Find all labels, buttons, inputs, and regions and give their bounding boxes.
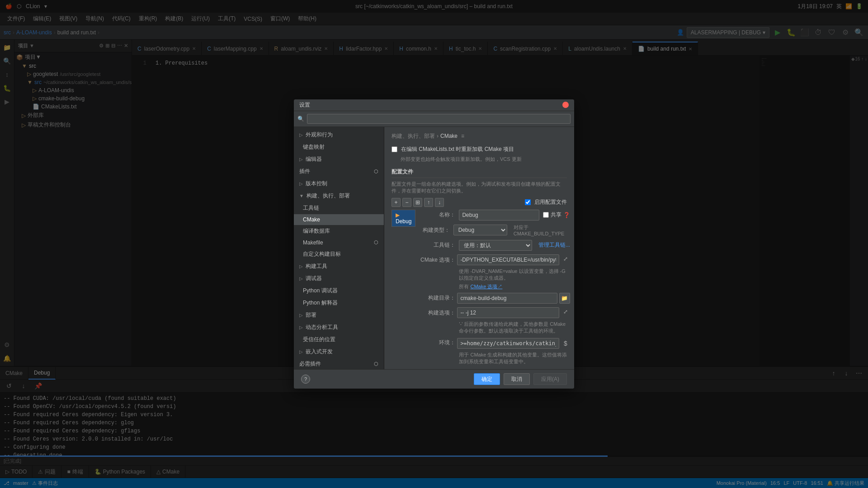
share-checkbox[interactable] <box>543 212 549 218</box>
sidebar-trusted-locations[interactable]: 受信任的位置 <box>294 333 384 346</box>
sidebar-build-label: 构建、执行、部署 <box>307 192 350 200</box>
breadcrumb-arrow: › <box>437 133 439 139</box>
cmake-options-link[interactable]: CMake 选项↗ <box>470 284 502 289</box>
dialog-footer-right: 确定 取消 应用(A) <box>474 373 567 385</box>
manage-toolchains-link[interactable]: 管理工具链... <box>538 241 570 249</box>
dialog-apply-button[interactable]: 应用(A) <box>533 373 567 385</box>
build-options-row: 构建选项： ⤢ <box>419 307 570 318</box>
reload-setting: 在编辑 CMakeLists.txt 时重新加载 CMake 项目 <box>392 145 567 153</box>
name-input[interactable] <box>459 210 539 221</box>
sidebar-plugins-icon: ⬡ <box>374 169 378 174</box>
sidebar-arrow-build-tools: ▷ <box>299 264 303 269</box>
dialog-cancel-button[interactable]: 取消 <box>504 373 530 385</box>
share-label: 共享 <box>551 211 561 219</box>
env-row: 环境： $ <box>419 338 570 349</box>
sidebar-deployment-label: 部署 <box>306 311 316 319</box>
sidebar-keymap-label: 键盘映射 <box>303 143 325 151</box>
sidebar-build-tools-label: 构建工具 <box>306 263 327 270</box>
sidebar-makefile[interactable]: Makefile ⬡ <box>294 237 384 248</box>
profile-add-btn[interactable]: + <box>392 198 401 207</box>
breadcrumb-cmake: CMake <box>440 133 458 139</box>
dialog-search-icon: 🔍 <box>297 116 304 122</box>
sidebar-custom-targets[interactable]: 自定义构建目标 <box>294 248 384 260</box>
cmake-options-row: CMake 选项： ⤢ <box>419 254 570 265</box>
sidebar-compile-db-label: 编译数据库 <box>303 227 330 235</box>
sidebar-toolchains[interactable]: 工具链 <box>294 202 384 214</box>
cmake-options-hint1: 使用 -DVAR_NAME=value 以设置变量，选择 -G 以指定自定义生成… <box>459 268 565 281</box>
sidebar-build-tools[interactable]: ▷ 构建工具 <box>294 260 384 272</box>
sidebar-debugger[interactable]: ▷ 调试器 <box>294 272 384 285</box>
build-options-hint: '-' 后面的参数传递给此构建，其他参数是 CMake 命令行参数。默认选项取决… <box>459 321 570 334</box>
profile-down-btn[interactable]: ↓ <box>435 198 444 207</box>
enable-profiles-setting: 启用配置文件 <box>525 198 567 206</box>
dialog-confirm-button[interactable]: 确定 <box>474 373 500 385</box>
sidebar-deployment[interactable]: ▷ 部署 <box>294 309 384 321</box>
dialog-help-button[interactable]: ? <box>301 375 310 384</box>
sidebar-plugins[interactable]: 插件 ⬡ <box>294 165 384 178</box>
share-help-icon[interactable]: ❓ <box>563 212 570 218</box>
build-options-label: 构建选项： <box>419 307 455 317</box>
cmake-options-expand-btn[interactable]: ⤢ <box>561 254 570 263</box>
sidebar-arrow-editor: ▷ <box>299 157 303 162</box>
dialog-footer: ? 确定 取消 应用(A) <box>294 369 574 389</box>
sidebar-vcs[interactable]: ▷ 版本控制 <box>294 178 384 190</box>
build-dir-input[interactable] <box>457 293 557 304</box>
dialog-search-input[interactable] <box>307 114 571 124</box>
cmake-options-hint-prefix: 所有 <box>459 284 470 289</box>
toolchain-select[interactable]: 使用：默认 <box>459 240 532 251</box>
sidebar-editor[interactable]: ▷ 编辑器 <box>294 153 384 165</box>
sidebar-python-interpreter-label: Python 解释器 <box>303 299 338 307</box>
sidebar-custom-targets-label: 自定义构建目标 <box>303 250 341 258</box>
env-input[interactable] <box>457 338 559 349</box>
sidebar-python-debugger-label: Python 调试器 <box>303 287 338 295</box>
build-type-label: 构建类型： <box>419 226 449 234</box>
reload-checkbox[interactable] <box>392 146 397 152</box>
profile-remove-btn[interactable]: − <box>402 198 411 207</box>
sidebar-arrow-debugger: ▷ <box>299 276 303 281</box>
build-dir-browse-btn[interactable]: 📁 <box>559 293 570 304</box>
sidebar-python-interpreter[interactable]: Python 解释器 <box>294 297 384 309</box>
profile-section-desc: 配置文件是一组命名的构建选项。例如，为调试和发布项目创建单独的配置文件，并在需要… <box>392 181 567 194</box>
sidebar-appearance-label: 外观和行为 <box>306 131 333 139</box>
sidebar-makefile-icon: ⬡ <box>374 239 378 245</box>
cmake-options-input[interactable] <box>457 254 559 265</box>
build-dir-row: 构建目录： 📁 <box>419 293 570 304</box>
sidebar-cmake[interactable]: CMake <box>294 214 384 225</box>
sidebar-arrow-vcs: ▷ <box>299 181 303 186</box>
toolchain-row: 工具链： 使用：默认 管理工具链... <box>419 240 570 251</box>
reload-hint: 外部变更也始终会触发项目重新加载。例如，VCS 更新 <box>401 156 567 163</box>
profile-area: ▶ Debug 名称： 共享 ❓ <box>392 210 567 365</box>
env-desc: 用于 CMake 生成和构建的其他变量。这些值将添加到系统变量和工具链变量中。 <box>459 352 570 365</box>
share-setting: 共享 ❓ <box>543 211 570 219</box>
breadcrumb-menu-icon[interactable]: ≡ <box>461 133 464 139</box>
profile-copy-btn[interactable]: ⊞ <box>413 198 422 207</box>
sidebar-required-plugins[interactable]: 必需插件 ⬡ <box>294 358 384 369</box>
build-options-input[interactable] <box>457 307 559 318</box>
build-options-expand-btn[interactable]: ⤢ <box>561 307 570 316</box>
build-type-select[interactable]: Debug Release RelWithDebInfo MinSizeRel <box>453 225 507 235</box>
dialog-overlay: 设置 🔍 ▷ 外观和行为 键盘映射 ▷ 编辑器 <box>0 0 868 488</box>
dialog-title-bar: 设置 <box>294 99 574 111</box>
dialog-breadcrumb: 构建、执行、部署 › CMake ≡ <box>392 132 567 140</box>
sidebar-required-plugins-label: 必需插件 <box>299 360 321 368</box>
sidebar-arrow-appearance: ▷ <box>299 132 303 137</box>
build-type-row: 构建类型： Debug Release RelWithDebInfo MinSi… <box>419 224 570 236</box>
sidebar-compile-db[interactable]: 编译数据库 <box>294 225 384 237</box>
cmake-options-hint: 使用 -DVAR_NAME=value 以设置变量，选择 -G 以指定自定义生成… <box>459 268 570 282</box>
sidebar-plugins-label: 插件 <box>299 168 310 175</box>
sidebar-arrow-deployment: ▷ <box>299 313 303 318</box>
sidebar-python-debugger[interactable]: Python 调试器 <box>294 285 384 297</box>
env-expand-btn[interactable]: $ <box>561 338 570 349</box>
profile-up-btn[interactable]: ↑ <box>424 198 433 207</box>
sidebar-dynamic-analysis[interactable]: ▷ 动态分析工具 <box>294 321 384 333</box>
profile-debug[interactable]: ▶ Debug <box>392 210 415 227</box>
sidebar-keymap[interactable]: 键盘映射 <box>294 141 384 153</box>
dialog-close-button[interactable] <box>562 102 569 108</box>
sidebar-appearance[interactable]: ▷ 外观和行为 <box>294 129 384 141</box>
enable-profiles-checkbox[interactable] <box>525 199 531 205</box>
sidebar-build-exec[interactable]: ▼ 构建、执行、部署 <box>294 190 384 202</box>
dialog-body: ▷ 外观和行为 键盘映射 ▷ 编辑器 插件 ⬡ ▷ 版本控制 <box>294 127 574 369</box>
sidebar-embedded[interactable]: ▷ 嵌入式开发 <box>294 346 384 358</box>
build-type-hint: 对应于 CMAKE_BUILD_TYPE <box>514 224 570 236</box>
name-field-label: 名称： <box>419 211 455 219</box>
